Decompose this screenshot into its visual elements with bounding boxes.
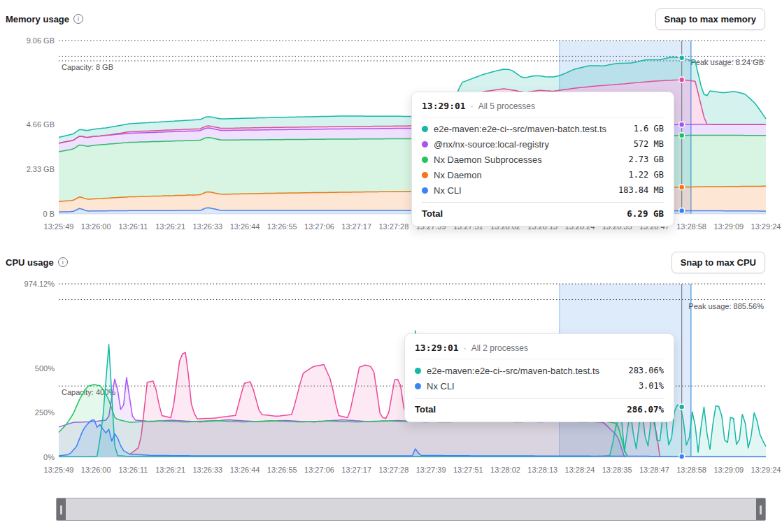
- x-tick-label: 13:26:44: [230, 222, 260, 231]
- x-tick-label: 13:27:17: [341, 222, 371, 231]
- handle-grip: [760, 505, 762, 515]
- x-tick-label: 13:26:33: [192, 222, 222, 231]
- process-value: 572 MB: [634, 139, 664, 149]
- x-tick-label: 13:26:55: [267, 466, 297, 474]
- peak-label: Peak usage: 885.56%: [688, 302, 764, 310]
- snap-to-max-memory-button[interactable]: Snap to max memory: [655, 8, 766, 30]
- x-tick-label: 13:27:39: [416, 466, 446, 474]
- tooltip-header: 13:29:01 · All 5 processes: [422, 99, 664, 117]
- x-tick-label: 13:29:24: [751, 466, 781, 474]
- x-tick-label: 13:26:11: [118, 466, 148, 474]
- series-color-dot: [422, 172, 428, 178]
- tooltip-time: 13:29:01: [415, 343, 459, 353]
- cpu-chart-title: CPU usage: [6, 257, 54, 268]
- scrollbar-right-handle[interactable]: [756, 498, 765, 520]
- x-tick-label: 13:27:06: [304, 222, 334, 231]
- process-value: 183.84 MB: [618, 185, 664, 195]
- y-tick-label: 2.33 GB: [27, 165, 55, 173]
- cpu-tooltip: 13:29:01 · All 2 processes e2e-maven:e2e…: [404, 333, 674, 422]
- tooltip-total-label: Total: [422, 208, 443, 219]
- cpu-info-icon[interactable]: i: [58, 257, 68, 267]
- tooltip-rows: e2e-maven:e2e-ci--src/maven-batch.test.t…: [415, 363, 664, 394]
- tooltip-header: 13:29:01 · All 2 processes: [415, 341, 664, 359]
- cpu-chart-header: CPU usage i Snap to max CPU: [6, 250, 765, 274]
- hover-dot: [679, 77, 685, 82]
- x-tick-label: 13:28:47: [639, 466, 669, 474]
- hover-dot: [679, 208, 685, 213]
- hover-dot: [679, 185, 685, 190]
- x-tick-label: 13:27:28: [378, 222, 408, 231]
- x-tick-label: 13:27:06: [304, 466, 334, 474]
- x-tick-label: 13:26:21: [155, 466, 185, 474]
- process-value: 2.73 GB: [628, 154, 664, 164]
- process-name: e2e-maven:e2e-ci--src/maven-batch.test.t…: [427, 366, 623, 376]
- tooltip-total-row: Total 6.29 GB: [422, 202, 664, 219]
- x-tick-label: 13:28:02: [490, 466, 520, 474]
- x-tick-label: 13:26:33: [192, 466, 222, 474]
- hover-dot: [679, 55, 685, 61]
- y-tick-label: 250%: [35, 408, 55, 417]
- tooltip-process-row: e2e-maven:e2e-ci--src/maven-batch.test.t…: [422, 121, 664, 136]
- tooltip-separator-dot: ·: [464, 343, 467, 353]
- handle-grip: [60, 505, 62, 515]
- process-name: Nx CLI: [427, 381, 633, 391]
- memory-chart-title: Memory usage: [6, 14, 69, 24]
- tooltip-process-row: e2e-maven:e2e-ci--src/maven-batch.test.t…: [415, 363, 664, 378]
- x-tick-label: 13:27:51: [453, 466, 483, 474]
- tooltip-process-count: All 2 processes: [471, 343, 528, 353]
- capacity-label: Capacity: 8 GB: [62, 63, 113, 71]
- tooltip-total-value: 286.07%: [627, 404, 664, 415]
- x-tick-label: 13:27:17: [341, 466, 371, 474]
- x-tick-label: 13:28:58: [676, 222, 706, 231]
- x-tick-label: 13:26:44: [230, 466, 260, 474]
- memory-chart-header: Memory usage i Snap to max memory: [6, 7, 765, 31]
- y-tick-label: 9.06 GB: [27, 36, 55, 45]
- timeline-scrollbar[interactable]: [56, 498, 766, 521]
- y-tick-label: 0%: [43, 453, 55, 461]
- hover-dot: [679, 122, 685, 127]
- x-tick-label: 13:28:13: [527, 466, 557, 474]
- x-tick-label: 13:26:00: [81, 222, 111, 231]
- scrollbar-track[interactable]: [66, 498, 756, 520]
- process-value: 283.06%: [628, 366, 664, 375]
- peak-label: Peak usage: 8.24 GB: [690, 58, 764, 66]
- hover-dot: [679, 404, 685, 410]
- hover-dot: [679, 454, 685, 459]
- process-value: 1.6 GB: [634, 124, 664, 134]
- tooltip-process-count: All 5 processes: [478, 101, 535, 111]
- series-color-dot: [415, 368, 421, 374]
- y-tick-label: 974.12%: [24, 280, 55, 288]
- memory-tooltip: 13:29:01 · All 5 processes e2e-maven:e2e…: [411, 92, 674, 227]
- cpu-title-wrap: CPU usage i: [6, 257, 68, 268]
- tooltip-process-row: @nx/nx-source:local-registry572 MB: [422, 136, 664, 152]
- scrollbar-left-handle[interactable]: [57, 498, 66, 520]
- x-tick-label: 13:25:49: [44, 222, 74, 231]
- tooltip-separator-dot: ·: [471, 101, 474, 111]
- tooltip-process-row: Nx Daemon1.22 GB: [422, 167, 664, 182]
- tooltip-process-row: Nx CLI3.01%: [415, 378, 664, 394]
- x-tick-label: 13:27:28: [378, 466, 408, 474]
- x-tick-label: 13:28:24: [565, 466, 595, 474]
- snap-to-max-cpu-button[interactable]: Snap to max CPU: [671, 252, 765, 273]
- y-tick-label: 500%: [35, 364, 55, 373]
- tooltip-total-label: Total: [415, 404, 436, 415]
- process-name: Nx Daemon Subprocesses: [434, 154, 623, 165]
- series-color-dot: [422, 126, 428, 132]
- hover-dot: [679, 133, 685, 138]
- tooltip-total-value: 6.29 GB: [627, 208, 664, 219]
- tooltip-total-row: Total 286.07%: [415, 398, 664, 415]
- series-color-dot: [422, 141, 428, 148]
- tooltip-process-row: Nx Daemon Subprocesses2.73 GB: [422, 152, 664, 167]
- x-tick-label: 13:26:21: [155, 222, 185, 231]
- x-tick-label: 13:26:11: [118, 222, 148, 231]
- x-tick-label: 13:26:00: [81, 466, 111, 474]
- memory-title-wrap: Memory usage i: [6, 14, 83, 24]
- series-color-dot: [415, 383, 421, 389]
- process-name: Nx CLI: [434, 185, 613, 196]
- memory-info-icon[interactable]: i: [73, 14, 83, 24]
- x-tick-label: 13:29:09: [713, 466, 744, 474]
- x-tick-label: 13:29:09: [713, 222, 744, 231]
- y-tick-label: 4.66 GB: [27, 120, 55, 129]
- process-value: 1.22 GB: [628, 170, 664, 180]
- series-color-dot: [422, 187, 428, 194]
